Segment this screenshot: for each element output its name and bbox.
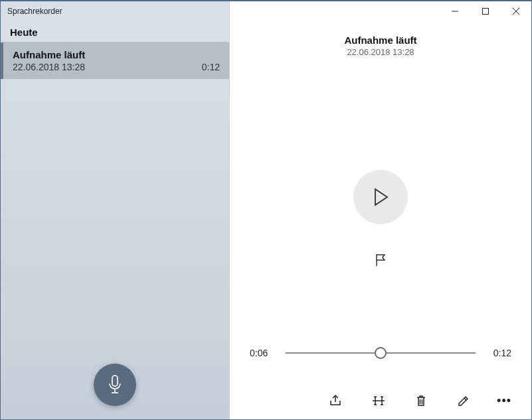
share-button[interactable]	[327, 391, 345, 410]
window-controls	[440, 1, 531, 21]
more-icon: •••	[497, 394, 511, 407]
svg-line-18	[464, 398, 466, 400]
pencil-icon	[457, 394, 470, 407]
play-button[interactable]	[353, 170, 408, 224]
add-marker-button[interactable]	[371, 251, 390, 269]
recording-title: Aufnahme läuft	[230, 35, 531, 46]
recording-item-title: Aufnahme läuft	[13, 49, 220, 60]
app-title: Sprachrekorder	[1, 1, 229, 21]
trim-button[interactable]	[369, 391, 388, 410]
flag-icon	[374, 253, 387, 267]
maximize-button[interactable]	[470, 1, 501, 21]
recording-header: Aufnahme läuft 22.06.2018 13:28	[230, 35, 531, 57]
record-button[interactable]	[94, 364, 136, 406]
share-icon	[329, 394, 343, 407]
recording-item-datetime: 22.06.2018 13:28	[13, 62, 85, 72]
recording-datetime: 22.06.2018 13:28	[230, 47, 531, 57]
main-panel: Aufnahme läuft 22.06.2018 13:28 0:06 0:1…	[230, 1, 531, 419]
sidebar: Sprachrekorder Heute Aufnahme läuft 22.0…	[1, 1, 230, 419]
trim-icon	[371, 395, 386, 407]
time-current: 0:06	[250, 348, 276, 358]
bottom-toolbar: •••	[230, 391, 531, 410]
trash-icon	[415, 394, 427, 407]
close-button[interactable]	[501, 1, 531, 21]
more-button[interactable]: •••	[497, 391, 511, 410]
maximize-icon	[482, 7, 489, 15]
recording-item-duration: 0:12	[202, 62, 220, 72]
svg-marker-7	[375, 189, 387, 205]
time-total: 0:12	[485, 348, 511, 358]
section-header-today: Heute	[2, 21, 228, 42]
close-icon	[512, 7, 520, 15]
svg-rect-0	[112, 376, 118, 386]
microphone-icon	[106, 375, 124, 395]
recording-list-item[interactable]: Aufnahme läuft 22.06.2018 13:28 0:12	[1, 42, 229, 79]
minimize-button[interactable]	[440, 1, 470, 21]
seek-track[interactable]	[286, 346, 476, 360]
svg-rect-4	[483, 9, 489, 15]
seek-thumb[interactable]	[375, 347, 387, 359]
rename-button[interactable]	[454, 391, 473, 410]
minimize-icon	[451, 7, 459, 15]
play-icon	[371, 186, 390, 208]
delete-button[interactable]	[412, 391, 430, 410]
timeline: 0:06 0:12	[250, 346, 511, 360]
